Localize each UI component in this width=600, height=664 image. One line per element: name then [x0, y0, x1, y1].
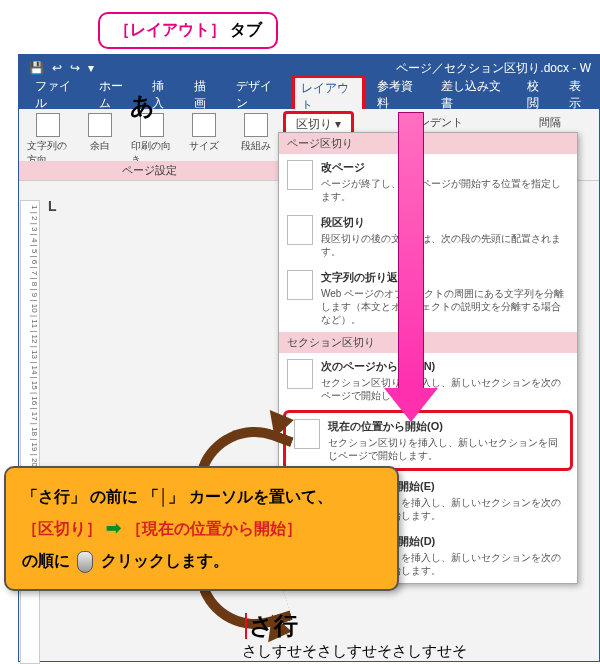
next-page-icon [287, 359, 313, 389]
txt: 「さ行」 [22, 488, 86, 505]
dd-item-page-break[interactable]: 改ページページが終了し、次のページが開始する位置を指定します。 [279, 154, 577, 209]
txt: の順に [22, 552, 70, 569]
columns-icon [244, 113, 268, 137]
dd-desc: セクション区切りを挿入し、新しいセクションを同じページで開始します。 [328, 436, 562, 462]
pink-arrow-icon [398, 112, 424, 392]
txt-red: ［区切り］ [22, 520, 102, 537]
dd-item-text-wrapping[interactable]: 文字列の折り返し(T)Web ページのオブジェクトの周囲にある文字列を分離します… [279, 264, 577, 332]
callout-layout-tab: ［レイアウト］ タブ [98, 12, 278, 49]
mouse-icon [77, 551, 93, 573]
dd-title: 段区切り [321, 215, 569, 230]
doc-heading-fragment: あ [130, 90, 155, 122]
page-break-icon [287, 160, 313, 190]
bracket: ］ [210, 21, 226, 38]
margins-button[interactable]: 余白 [79, 113, 121, 167]
heading-text: さ行 [249, 610, 298, 642]
btn-label: 段組み [241, 139, 271, 153]
kana-line: さしすせそさしすせそさしすせそ [242, 642, 467, 661]
column-break-icon [287, 215, 313, 245]
txt: 「│」 [143, 488, 185, 505]
continuous-icon [294, 419, 320, 449]
spacing-label: 間隔 [539, 115, 561, 130]
group-label-page-setup: ページ設定 [19, 161, 279, 180]
vertical-ruler: 1 | 2 | 3 | 4 | 5 | 6 | 7 | 8 | 9 | 10 |… [20, 200, 40, 664]
text-wrap-icon [287, 270, 313, 300]
dd-item-column-break[interactable]: 段区切り段区切りの後の文字列は、次の段の先頭に配置されます。 [279, 209, 577, 264]
txt: の前に [90, 488, 138, 505]
green-arrow-icon: ➡ [106, 518, 121, 538]
text-direction-icon [36, 113, 60, 137]
tab-suffix: タブ [230, 21, 262, 38]
size-button[interactable]: サイズ [183, 113, 225, 167]
dd-title: 現在の位置から開始(O) [328, 419, 562, 434]
text-direction-button[interactable]: 文字列の方向 [27, 113, 69, 167]
dd-header-section-breaks: セクション区切り [279, 332, 577, 353]
txt-red: ［現在の位置から開始］ [126, 520, 302, 537]
dd-desc: セクション区切りを挿入し、新しいセクションを次のページで開始します。 [321, 376, 569, 402]
tab-stop-icon: L [48, 198, 57, 214]
txt: します。 [165, 552, 229, 569]
redo-icon[interactable]: ↪ [70, 61, 80, 75]
bracket: ［ [114, 21, 130, 38]
indent-label: ンデント [419, 115, 463, 130]
txt: クリック [101, 552, 165, 569]
btn-label: 余白 [90, 139, 110, 153]
dd-title: 文字列の折り返し(T) [321, 270, 569, 285]
text-cursor-icon [245, 613, 247, 639]
btn-label: サイズ [189, 139, 219, 153]
dd-desc: 段区切りの後の文字列は、次の段の先頭に配置されます。 [321, 232, 569, 258]
quick-access-toolbar: 💾 ↩ ↪ ▾ [19, 61, 94, 75]
layout-word: レイアウト [130, 21, 210, 38]
pink-arrow-head-icon [384, 388, 438, 422]
instruction-callout: 「さ行」 の前に 「│」 カーソルを置いて、 ［区切り］ ➡ ［現在の位置から開… [4, 466, 399, 591]
dd-header-page-breaks: ページ区切り [279, 133, 577, 154]
dd-desc: Web ページのオブジェクトの周囲にある文字列を分離します（本文とオブジェクトの… [321, 287, 569, 326]
sagyou-heading: さ行 [245, 610, 298, 642]
dd-desc: ページが終了し、次のページが開始する位置を指定します。 [321, 177, 569, 203]
ribbon-tabs: ファイル ホーム 挿入 描画 デザイン レイアウト 参考資料 差し込み文書 校閲… [19, 81, 599, 109]
qat-more-icon[interactable]: ▾ [88, 61, 94, 75]
dd-title: 次のページから開始(N) [321, 359, 569, 374]
columns-button[interactable]: 段組み [235, 113, 277, 167]
dd-title: 改ページ [321, 160, 569, 175]
margins-icon [88, 113, 112, 137]
brown-arrow-up-head-icon [270, 406, 297, 437]
txt: カーソルを置いて、 [189, 488, 333, 505]
save-icon[interactable]: 💾 [29, 61, 44, 75]
undo-icon[interactable]: ↩ [52, 61, 62, 75]
size-icon [192, 113, 216, 137]
